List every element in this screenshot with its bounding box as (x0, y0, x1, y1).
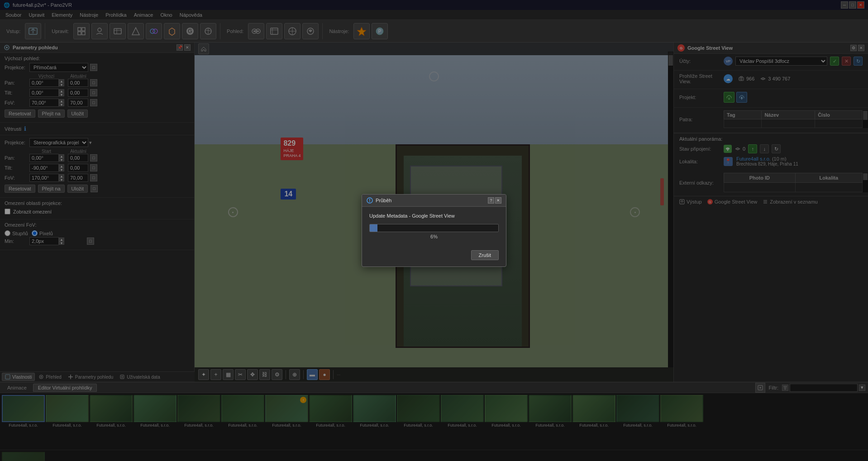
progress-dialog-icon (367, 197, 373, 204)
zrusit-button[interactable]: Zrušit (471, 250, 499, 260)
progress-dialog: Průběh ? ✕ Update Metadata - Google Stre… (362, 194, 506, 267)
dialog-titlebar: Průběh ? ✕ (362, 195, 506, 207)
dialog-message: Update Metadata - Google Street View (369, 213, 499, 219)
dialog-help-btn[interactable]: ? (488, 197, 494, 204)
dialog-overlay: Průběh ? ✕ Update Metadata - Google Stre… (0, 0, 868, 461)
progress-bar-fill (370, 224, 377, 232)
dialog-close-btn[interactable]: ✕ (495, 197, 501, 204)
dialog-footer: Zrušit (362, 246, 506, 266)
progress-text: 6% (369, 234, 499, 239)
dialog-body: Update Metadata - Google Street View 6% (362, 207, 506, 246)
svg-point-57 (369, 201, 370, 202)
progress-bar-bg (369, 224, 499, 232)
dialog-title-text: Průběh (376, 198, 391, 203)
dialog-title: Průběh (367, 197, 391, 204)
dialog-controls[interactable]: ? ✕ (488, 197, 501, 204)
